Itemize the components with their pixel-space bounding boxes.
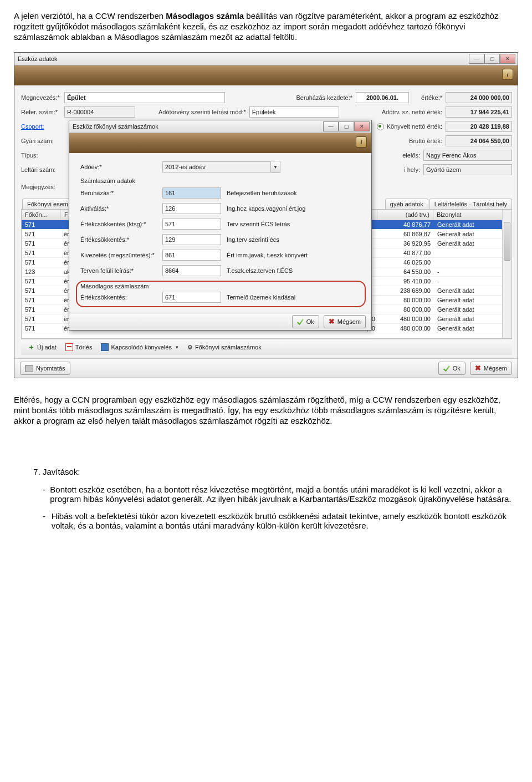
input-megnevezes[interactable]: Épület (64, 92, 225, 103)
th[interactable]: (adó trv.) (377, 210, 433, 220)
related-booking-button[interactable]: Kapcsolódó könyvelés (99, 342, 180, 352)
label-beruh-kezdete: Beruházás kezdete:* (294, 94, 352, 101)
label: Beruházás:* (80, 190, 162, 196)
label-adoev: Adóév:* (80, 164, 162, 170)
dropdown-adoev[interactable]: 2012-es adóév ▼ (162, 161, 280, 173)
label: Értékcsökkentés:* (80, 236, 162, 243)
radio-konyvelt[interactable] (377, 123, 384, 130)
form-row: Beruházás:*161Befejezetlen beruházások (80, 187, 362, 199)
highlight-circle: Másodlagos számlaszám Értékcsökkentés: 6… (76, 281, 366, 307)
desc: Befejezetlen beruházások (227, 190, 297, 196)
input-felelos: Nagy Ferenc Ákos (423, 150, 512, 161)
label-ihely: i hely: (404, 166, 420, 173)
info-icon[interactable]: i (502, 69, 513, 80)
close-button[interactable]: ✕ (354, 121, 370, 131)
new-button[interactable]: ＋Új adat (25, 343, 59, 352)
ok-button[interactable]: Ok (438, 362, 466, 375)
print-button[interactable]: Nyomtatás (20, 362, 70, 375)
label-erteke: értéke:* (413, 94, 442, 101)
tab-leltarfelelos[interactable]: Leltárfelelős - Tárolási hely (429, 199, 512, 209)
th[interactable]: Főkön… (22, 210, 61, 220)
input-account[interactable]: 126 (162, 203, 221, 214)
label-brutto: Bruttó érték: (409, 138, 442, 144)
form-row: Értékcsökkentés:*129Ing.terv szerinti éc… (80, 234, 362, 245)
input-account[interactable]: 129 (162, 234, 221, 245)
tab-fokonyvi-esemenyek[interactable]: Főkönyvi esem (22, 199, 73, 209)
form-row: Kivezetés (megszüntetés):*861Ért imm.jav… (80, 250, 362, 261)
titlebar: Eszköz főkönyvi számlaszámok — ▢ ✕ (69, 120, 371, 133)
ok-button[interactable]: Ok (292, 315, 319, 328)
label: Kivezetés (megszüntetés):* (80, 252, 162, 258)
maximize-button[interactable]: ▢ (484, 54, 500, 64)
label: Terven felüli leírás:* (80, 267, 162, 274)
minimize-button[interactable]: — (323, 121, 339, 131)
chevron-down-icon[interactable]: ▼ (271, 161, 280, 173)
header-gold-bar: i (14, 65, 518, 85)
list-item: Javítások: (43, 467, 518, 476)
x-icon: ✖ (329, 318, 335, 325)
desc: T.eszk.elsz.terven f.ÉCS (227, 267, 293, 274)
scrollbar[interactable] (502, 210, 511, 338)
th[interactable]: Bizonylat (433, 210, 503, 220)
input-ihely: Gyártó üzem (423, 164, 512, 175)
input-account[interactable]: 571 (162, 219, 221, 230)
maximize-button[interactable]: ▢ (339, 121, 354, 131)
input-masodlagos-ecs[interactable]: 671 (162, 292, 221, 303)
form-row: Értékcsökkentés (ktsg):*571Terv szerinti… (80, 219, 362, 230)
info-icon[interactable]: i (356, 136, 367, 148)
list-item: -Hibás volt a befektetési tükör azon kiv… (43, 511, 518, 530)
input-beruh-kezdete[interactable]: 2000.06.01. (356, 92, 409, 103)
delete-button[interactable]: Törlés (63, 342, 95, 352)
link-csoport[interactable]: Csoport: (21, 123, 64, 130)
desc: Ing.terv szerinti écs (227, 236, 279, 243)
form-row: Aktiválás:*126Ing.hoz kapcs.vagyoni ért.… (80, 203, 362, 214)
check-icon (297, 318, 304, 325)
cancel-button[interactable]: ✖Mégsem (324, 315, 366, 328)
input-account[interactable]: 8664 (162, 265, 221, 276)
label-megjegyzes: Megjegyzés: (21, 184, 64, 190)
text: A jelen verziótól, ha a CCW rendszerben (14, 11, 166, 21)
label: Értékcsökkentés (ktsg):* (80, 221, 162, 227)
intro-paragraph: A jelen verziótól, ha a CCW rendszerben … (14, 11, 518, 42)
input-account[interactable]: 161 (162, 187, 221, 199)
text-bold: Másodlagos számla (166, 11, 244, 21)
footer-bar: Nyomtatás Ok ✖Mégsem (14, 358, 518, 378)
label-tipus: Típus: (21, 152, 64, 159)
section-label: Másodlagos számlaszám (80, 283, 162, 290)
section-label: Számlaszám adatok (80, 177, 162, 184)
window-fokonyvi-szamlaszamok: Eszköz főkönyvi számlaszámok — ▢ ✕ i Adó… (69, 120, 372, 331)
form-row: Terven felüli leírás:*8664T.eszk.elsz.te… (80, 265, 362, 276)
ordered-list: Javítások: (14, 467, 518, 476)
accounts-button[interactable]: ⚙Főkönyvi számlaszámok (185, 343, 264, 352)
cancel-button[interactable]: ✖Mégsem (470, 362, 512, 375)
check-icon (443, 365, 450, 372)
dash-list: -Bontott eszköz esetében, ha a bontott r… (14, 485, 518, 530)
titlebar: Eszköz adatok — ▢ ✕ (14, 53, 518, 65)
minimize-button[interactable]: — (469, 54, 484, 64)
print-icon (25, 365, 33, 372)
x-icon: ✖ (475, 365, 481, 372)
label-megnevezes: Megnevezés:* (21, 94, 64, 101)
input-account[interactable]: 861 (162, 250, 221, 261)
tab-egyeb-adatok[interactable]: gyéb adatok (385, 199, 428, 209)
desc: Ing.hoz kapcs.vagyoni ért.jog (227, 205, 305, 212)
input-erteke: 24 000 000,00 (446, 92, 512, 103)
input-refer: R-000004 (64, 106, 135, 118)
dialog-button-bar: Ok ✖Mégsem (69, 313, 371, 330)
label-gyari: Gyári szám: (21, 138, 64, 144)
scrollbar-thumb[interactable] (504, 222, 510, 261)
input-konyv: 20 428 119,88 (446, 121, 512, 132)
window-title: Eszköz főkönyvi számlaszámok (73, 123, 158, 130)
input-adomod[interactable]: Épületek (249, 106, 339, 118)
list-item: -Bontott eszköz esetében, ha a bontott r… (43, 485, 518, 504)
table-toolbar: ＋Új adat Törlés Kapcsolódó könyvelés ⚙Fő… (21, 339, 512, 355)
close-button[interactable]: ✕ (500, 54, 515, 64)
input-brutto: 24 064 550,00 (446, 135, 512, 146)
label-leltari: Leltári szám: (21, 166, 64, 173)
header-gold-bar: i (69, 133, 371, 153)
body-paragraph: Eltérés, hogy a CCN programban egy eszkö… (14, 395, 518, 426)
label-masodlagos-ecs: Értékcsökkentés: (80, 294, 162, 301)
window-title: Eszköz adatok (18, 55, 58, 62)
desc: Terv szerinti ÉCS leírás (227, 221, 290, 227)
input-adotrv: 17 944 225,41 (446, 106, 512, 118)
